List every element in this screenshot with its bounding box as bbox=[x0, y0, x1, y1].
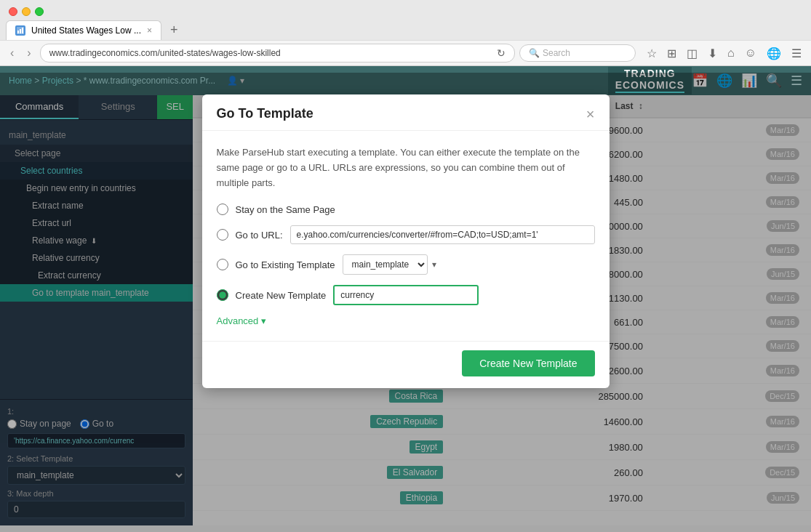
advanced-toggle[interactable]: Advanced ▾ bbox=[217, 315, 595, 326]
svg-rect-1 bbox=[17, 31, 19, 33]
firefox-icon[interactable]: 🌐 bbox=[763, 45, 785, 62]
create-new-label[interactable]: Create New Template bbox=[236, 290, 327, 301]
modal-body: Make ParseHub start executing a template… bbox=[202, 131, 610, 341]
svg-rect-2 bbox=[20, 29, 21, 33]
modal-overlay: Go To Template × Make ParseHub start exe… bbox=[0, 73, 811, 525]
create-new-radio[interactable] bbox=[217, 289, 228, 301]
pocket-icon[interactable]: ◫ bbox=[683, 45, 701, 62]
search-placeholder: Search bbox=[543, 48, 570, 58]
minimize-traffic-light[interactable] bbox=[22, 7, 31, 16]
modal-header: Go To Template × bbox=[202, 94, 610, 131]
modal-title: Go To Template bbox=[217, 106, 313, 121]
search-icon: 🔍 bbox=[529, 48, 540, 58]
forward-button[interactable]: › bbox=[23, 45, 35, 61]
search-bar[interactable]: 🔍 Search bbox=[519, 44, 636, 62]
account-icon[interactable]: ☺ bbox=[741, 45, 760, 61]
url-text: www.tradingeconomics.com/united-states/w… bbox=[49, 48, 492, 58]
back-button[interactable]: ‹ bbox=[6, 45, 18, 61]
existing-template-label[interactable]: Go to Existing Template bbox=[236, 259, 335, 270]
goto-url-radio[interactable] bbox=[217, 229, 228, 241]
advanced-chevron-icon: ▾ bbox=[261, 315, 266, 326]
tab-close-icon[interactable]: × bbox=[147, 25, 152, 36]
new-tab-button[interactable]: + bbox=[164, 23, 184, 38]
option-create-new-template: Create New Template bbox=[217, 285, 595, 305]
goto-url-label[interactable]: Go to URL: bbox=[236, 230, 283, 241]
fullscreen-traffic-light[interactable] bbox=[35, 7, 44, 16]
option-stay-same-page: Stay on the Same Page bbox=[217, 203, 595, 215]
close-traffic-light[interactable] bbox=[9, 7, 17, 16]
home-icon[interactable]: ⌂ bbox=[724, 45, 738, 61]
modal-description: Make ParseHub start executing a template… bbox=[217, 145, 595, 190]
option-goto-url: Go to URL: bbox=[217, 225, 595, 244]
new-template-name-input[interactable] bbox=[333, 285, 479, 305]
existing-template-radio[interactable] bbox=[217, 259, 228, 270]
download-icon[interactable]: ⬇ bbox=[704, 45, 721, 62]
existing-template-dropdown[interactable]: main_template bbox=[343, 254, 428, 275]
goto-template-modal: Go To Template × Make ParseHub start exe… bbox=[202, 94, 610, 388]
modal-footer: Create New Template bbox=[202, 341, 610, 388]
svg-rect-3 bbox=[22, 28, 23, 33]
modal-close-button[interactable]: × bbox=[586, 107, 595, 121]
create-new-template-button[interactable]: Create New Template bbox=[462, 350, 594, 376]
url-bar[interactable]: www.tradingeconomics.com/united-states/w… bbox=[40, 44, 515, 63]
dropdown-chevron-icon: ▾ bbox=[432, 259, 436, 270]
stay-same-page-label[interactable]: Stay on the Same Page bbox=[236, 204, 335, 215]
favicon-icon bbox=[15, 25, 25, 36]
stay-same-page-radio[interactable] bbox=[217, 203, 228, 215]
reader-icon[interactable]: ⊞ bbox=[663, 45, 680, 62]
reload-button[interactable]: ↻ bbox=[497, 47, 506, 59]
browser-tab[interactable]: United States Wages Low ... × bbox=[6, 20, 161, 40]
tab-title: United States Wages Low ... bbox=[31, 25, 141, 36]
option-existing-template: Go to Existing Template main_template ▾ bbox=[217, 254, 595, 275]
bookmark-icon[interactable]: ☆ bbox=[643, 45, 660, 62]
goto-url-input[interactable] bbox=[290, 225, 595, 244]
menu-icon[interactable]: ☰ bbox=[788, 45, 805, 62]
